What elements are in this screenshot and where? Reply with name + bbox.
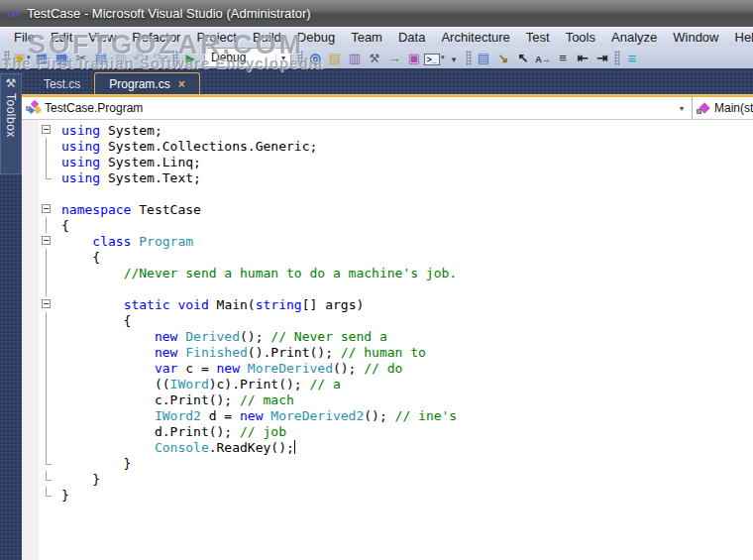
code-line[interactable] <box>22 280 753 296</box>
object-browser-icon[interactable] <box>345 48 365 67</box>
tab-program-cs[interactable]: Program.cs× <box>94 72 199 94</box>
collapse-toggle-icon[interactable] <box>39 201 55 217</box>
code-line[interactable]: using System; <box>22 122 753 138</box>
code-line[interactable]: using System.Collections.Generic; <box>22 138 753 154</box>
menu-item-analyze[interactable]: Analyze <box>603 28 665 47</box>
find-in-files-icon[interactable] <box>305 48 325 67</box>
menu-item-refactor[interactable]: Refactor <box>124 28 188 47</box>
code-line[interactable]: using System.Text; <box>22 169 753 185</box>
find-symbol-icon[interactable] <box>533 48 553 67</box>
code-line[interactable]: new Derived(); // Never send a <box>22 328 753 344</box>
code-line[interactable]: var c = new MoreDerived(); // do <box>22 360 753 376</box>
menu-item-test[interactable]: Test <box>518 28 558 47</box>
decrease-indent-icon[interactable] <box>573 48 592 67</box>
outlining-margin-cell <box>39 423 55 439</box>
save-all-icon[interactable] <box>52 48 71 67</box>
code-text: using System.Linq; <box>55 155 201 169</box>
menu-item-file[interactable]: File <box>6 28 43 47</box>
collapse-toggle-icon[interactable] <box>39 122 55 138</box>
toolbar-grip[interactable] <box>172 51 178 65</box>
code-text: } <box>55 472 100 487</box>
toolbox-tab[interactable]: ⚒ Toolbox <box>0 73 22 174</box>
outlining-margin-cell <box>39 328 55 344</box>
code-line[interactable]: using System.Linq; <box>22 154 753 169</box>
menu-item-data[interactable]: Data <box>390 28 433 47</box>
toolbar-grip[interactable] <box>466 51 472 65</box>
code-line[interactable]: } <box>22 471 753 487</box>
menu-item-window[interactable]: Window <box>665 28 726 47</box>
close-icon[interactable]: × <box>178 78 185 90</box>
redo-icon[interactable]: ▾ <box>151 48 170 67</box>
menu-item-project[interactable]: Project <box>188 28 244 47</box>
code-text: using System; <box>55 123 162 138</box>
combo-value: Debug <box>211 51 246 64</box>
code-line[interactable]: { <box>22 249 753 265</box>
collapse-toggle-icon[interactable] <box>39 296 55 312</box>
menu-item-team[interactable]: Team <box>343 28 390 47</box>
code-line[interactable]: { <box>22 312 753 328</box>
properties-window-icon[interactable] <box>325 48 345 67</box>
create-unit-tests-icon[interactable] <box>474 48 493 67</box>
menu-item-build[interactable]: Build <box>245 28 289 47</box>
code-line[interactable]: c.Print(); // mach <box>22 392 753 407</box>
toolbar-grip[interactable] <box>4 51 10 65</box>
menu-item-debug[interactable]: Debug <box>289 28 343 47</box>
code-text: { <box>55 313 131 328</box>
title-bar: ∞ TestCase - Microsoft Visual Studio (Ad… <box>0 0 753 27</box>
menu-item-help[interactable]: Help <box>727 28 753 47</box>
copy-icon[interactable] <box>91 48 111 67</box>
members-dropdown[interactable]: Main(str <box>692 97 753 119</box>
external-tools-icon[interactable] <box>365 48 384 67</box>
code-line[interactable]: namespace TestCase <box>22 201 753 217</box>
code-line[interactable]: d.Print(); // job <box>22 423 753 439</box>
increase-indent-icon[interactable] <box>592 48 612 67</box>
menu-item-edit[interactable]: Edit <box>43 28 80 47</box>
select-pointer-icon[interactable] <box>513 48 533 67</box>
menu-item-tools[interactable]: Tools <box>558 28 603 47</box>
overflow-icon[interactable] <box>444 48 464 67</box>
vs-window: ∞ TestCase - Microsoft Visual Studio (Ad… <box>0 0 753 560</box>
comment-lines-icon[interactable] <box>622 48 642 67</box>
code-line[interactable]: static void Main(string[] args) <box>22 296 753 312</box>
code-line[interactable]: Console.ReadKey(); <box>22 439 753 455</box>
cut-icon[interactable] <box>71 48 91 67</box>
code-line[interactable]: { <box>22 217 753 233</box>
command-window-icon[interactable]: ▾ <box>424 48 444 67</box>
paste-icon[interactable] <box>111 48 131 67</box>
tab-test-cs[interactable]: Test.cs <box>30 73 94 94</box>
toolbar-grip[interactable] <box>614 51 620 65</box>
toolbar: ▾▾▾Debug▾▾ <box>0 47 753 70</box>
code-text: class Program <box>55 234 193 249</box>
collapse-toggle-icon[interactable] <box>39 233 55 249</box>
code-line[interactable]: } <box>22 487 753 503</box>
menu-bar: FileEditViewRefactorProjectBuildDebugTea… <box>0 27 753 47</box>
code-line[interactable] <box>22 185 753 201</box>
save-icon[interactable] <box>32 48 52 67</box>
code-editor[interactable]: using System;using System.Collections.Ge… <box>22 120 753 560</box>
document-outline-icon[interactable] <box>553 48 573 67</box>
solution-configurations-combo[interactable]: Debug▾ <box>204 48 291 67</box>
outlining-margin-cell <box>39 360 55 376</box>
tab-label: Test.cs <box>44 77 80 91</box>
code-line[interactable]: IWord2 d = new MoreDerived2(); // ine's <box>22 407 753 423</box>
new-item-icon[interactable]: ▾ <box>12 48 32 67</box>
code-line[interactable]: ((IWord)c).Print(); // a <box>22 376 753 392</box>
extension-manager-icon[interactable] <box>404 48 424 67</box>
step-into-icon[interactable] <box>384 48 404 67</box>
navigate-to-icon[interactable] <box>493 48 513 67</box>
code-line[interactable]: class Program <box>22 233 753 249</box>
code-line[interactable]: } <box>22 455 753 471</box>
start-debug-icon[interactable] <box>180 48 200 67</box>
menu-item-view[interactable]: View <box>80 28 124 47</box>
method-icon <box>696 101 711 115</box>
menu-item-architecture[interactable]: Architecture <box>433 28 517 47</box>
toolbox-label: Toolbox <box>4 93 18 138</box>
code-line[interactable]: new Finished().Print(); // human to <box>22 344 753 360</box>
code-text: static void Main(string[] args) <box>55 297 364 312</box>
class-icon <box>26 101 42 115</box>
toolbar-grip[interactable] <box>297 51 303 65</box>
code-text: ((IWord)c).Print(); // a <box>55 377 341 392</box>
undo-icon[interactable]: ▾ <box>131 48 151 67</box>
types-dropdown[interactable]: TestCase.Program ▾ <box>22 97 692 119</box>
code-line[interactable]: //Never send a human to do a machine's j… <box>22 265 753 280</box>
